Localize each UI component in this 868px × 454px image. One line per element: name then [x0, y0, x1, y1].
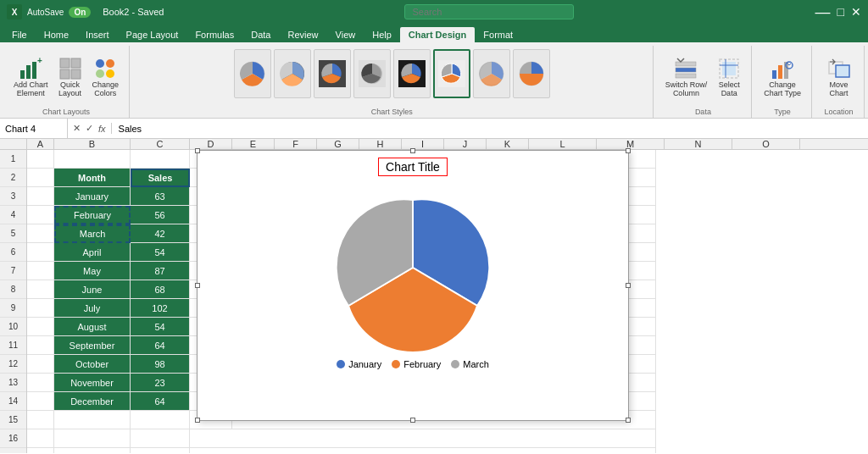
cell-c8-68[interactable]: 68	[131, 280, 190, 299]
cell-c3-63[interactable]: 63	[131, 187, 190, 206]
cell-c9-102[interactable]: 102	[131, 299, 190, 318]
resize-handle-bm[interactable]	[410, 418, 415, 423]
change-colors-button[interactable]: ChangeColors	[89, 55, 123, 99]
row-header-17[interactable]: 17	[0, 448, 26, 453]
tab-review[interactable]: Review	[279, 27, 326, 42]
cell-b3-january[interactable]: January	[54, 187, 131, 206]
chart-style-4[interactable]	[353, 49, 391, 98]
cell-c6-54[interactable]: 54	[131, 243, 190, 262]
quick-layout-button[interactable]: QuickLayout	[55, 55, 86, 99]
cell-b8-june[interactable]: June	[54, 280, 131, 299]
add-chart-element-button[interactable]: + Add ChartElement	[10, 55, 52, 99]
cell-b2-month-header[interactable]: Month	[54, 169, 131, 187]
cell-c11-64[interactable]: 64	[131, 336, 190, 355]
cell-a5[interactable]	[27, 224, 54, 243]
move-chart-button[interactable]: MoveChart	[824, 55, 854, 99]
cell-a3[interactable]	[27, 187, 54, 206]
cell-a8[interactable]	[27, 280, 54, 299]
cell-b1[interactable]	[54, 150, 131, 169]
cell-b14-december[interactable]: December	[54, 392, 131, 411]
cell-c15[interactable]	[131, 411, 190, 429]
row-header-8[interactable]: 8	[0, 280, 26, 299]
cell-a13[interactable]	[27, 374, 54, 392]
cell-c5-42[interactable]: 42	[131, 224, 190, 243]
chart-title[interactable]: Chart Title	[378, 158, 448, 176]
cell-b16[interactable]	[54, 429, 131, 448]
cell-c7-87[interactable]: 87	[131, 262, 190, 280]
chart-style-6-selected[interactable]	[433, 49, 470, 98]
tab-insert[interactable]: Insert	[77, 27, 118, 42]
cell-a10[interactable]	[27, 318, 54, 336]
confirm-icon[interactable]: ✓	[84, 123, 95, 134]
cell-a9[interactable]	[27, 299, 54, 318]
cell-b10-august[interactable]: August	[54, 318, 131, 336]
chart-style-7[interactable]	[473, 49, 510, 98]
row-header-10[interactable]: 10	[0, 318, 26, 336]
row-header-13[interactable]: 13	[0, 374, 26, 392]
row-header-5[interactable]: 5	[0, 224, 26, 243]
cell-b5-march[interactable]: March	[54, 224, 131, 243]
cell-b9-july[interactable]: July	[54, 299, 131, 318]
cell-b12-october[interactable]: October	[54, 355, 131, 374]
cell-a12[interactable]	[27, 355, 54, 374]
resize-handle-tm[interactable]	[410, 148, 415, 153]
select-data-button[interactable]: SelectData	[714, 55, 744, 99]
cell-a15[interactable]	[27, 411, 54, 429]
row-header-14[interactable]: 14	[0, 392, 26, 411]
cell-a16[interactable]	[27, 429, 54, 448]
cell-a1[interactable]	[27, 150, 54, 169]
resize-handle-ml[interactable]	[195, 283, 200, 288]
chart-style-8[interactable]	[513, 49, 550, 98]
close-button[interactable]: ✕	[851, 5, 861, 19]
cell-a11[interactable]	[27, 336, 54, 355]
tab-view[interactable]: View	[327, 27, 364, 42]
switch-row-column-button[interactable]: Switch Row/Column	[662, 55, 711, 99]
tab-help[interactable]: Help	[364, 27, 400, 42]
row-header-4[interactable]: 4	[0, 206, 26, 224]
cell-c16[interactable]	[131, 429, 190, 448]
restore-button[interactable]: □	[837, 5, 844, 19]
tab-format[interactable]: Format	[475, 27, 521, 42]
cell-c14-64[interactable]: 64	[131, 392, 190, 411]
formula-input[interactable]	[112, 124, 868, 134]
cell-a7[interactable]	[27, 262, 54, 280]
cell-rest-17[interactable]	[190, 448, 656, 453]
tab-file[interactable]: File	[3, 27, 36, 42]
row-header-12[interactable]: 12	[0, 355, 26, 374]
cell-b15[interactable]	[54, 411, 131, 429]
cell-a6[interactable]	[27, 243, 54, 262]
tab-page-layout[interactable]: Page Layout	[118, 27, 187, 42]
cell-b11-september[interactable]: September	[54, 336, 131, 355]
chart-style-5[interactable]	[393, 49, 431, 98]
cancel-icon[interactable]: ✕	[71, 123, 82, 134]
search-input[interactable]	[404, 4, 574, 19]
cell-a17[interactable]	[27, 448, 54, 453]
tab-formulas[interactable]: Formulas	[186, 27, 242, 42]
cell-c4-56[interactable]: 56	[131, 206, 190, 224]
cell-c2-sales-header[interactable]: Sales	[131, 169, 190, 187]
cell-rest-16[interactable]	[190, 429, 656, 448]
resize-handle-tr[interactable]	[626, 148, 631, 153]
row-header-3[interactable]: 3	[0, 187, 26, 206]
cell-c1[interactable]	[131, 150, 190, 169]
row-header-1[interactable]: 1	[0, 150, 26, 169]
resize-handle-mr[interactable]	[626, 283, 631, 288]
chart-style-1[interactable]	[234, 49, 271, 98]
chart-style-3[interactable]	[314, 49, 351, 98]
cell-b13-november[interactable]: November	[54, 374, 131, 392]
cell-a14[interactable]	[27, 392, 54, 411]
cell-c17[interactable]	[131, 448, 190, 453]
cell-b7-may[interactable]: May	[54, 262, 131, 280]
cell-c10-54[interactable]: 54	[131, 318, 190, 336]
row-header-16[interactable]: 16	[0, 429, 26, 448]
row-header-9[interactable]: 9	[0, 299, 26, 318]
row-header-7[interactable]: 7	[0, 262, 26, 280]
cell-b6-april[interactable]: April	[54, 243, 131, 262]
minimize-button[interactable]: —	[815, 3, 831, 21]
tab-chart-design[interactable]: Chart Design	[400, 27, 475, 42]
pie-chart[interactable]	[303, 183, 523, 352]
resize-handle-bl[interactable]	[195, 418, 200, 423]
autosave-toggle[interactable]: On	[69, 7, 91, 18]
tab-home[interactable]: Home	[36, 27, 77, 42]
chart-container[interactable]: Chart Title January	[197, 150, 629, 421]
